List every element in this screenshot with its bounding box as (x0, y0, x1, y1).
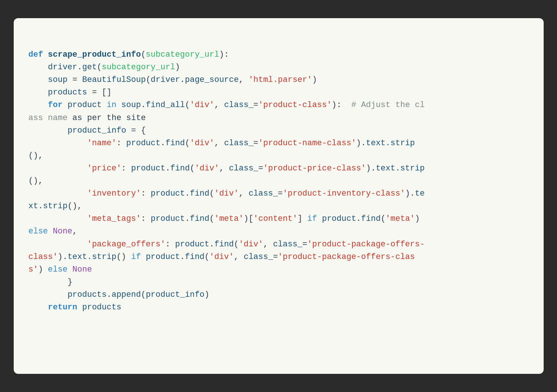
dot2: . (180, 75, 185, 84)
keyword-else1: else (29, 227, 53, 236)
eq1: = (253, 100, 258, 110)
method-find5: find (361, 214, 381, 223)
key-inventory: 'inventory' (87, 189, 141, 198)
string-div1: 'div' (190, 100, 214, 110)
var-product3: product (131, 164, 165, 173)
dot8: . (356, 214, 361, 223)
string-package-offers-class2: class' (29, 252, 58, 262)
string-div3: 'div' (195, 164, 219, 173)
var-product8: product (146, 252, 180, 262)
dot1: . (77, 63, 82, 72)
comma7: , (263, 240, 273, 249)
keyword-none2: None (72, 265, 92, 274)
key-price: 'price' (87, 164, 121, 173)
arg-subcategory-url: subcategory_url (102, 63, 175, 72)
method-find4: find (190, 214, 209, 223)
var-products3: products (82, 303, 122, 312)
var-product7: product (175, 240, 209, 249)
method-get: get (82, 63, 97, 72)
assign1: = (67, 75, 82, 84)
colon5: : (165, 240, 175, 249)
kwarg-class4: class_ (249, 189, 278, 198)
f5-open-close: ( (381, 214, 385, 223)
builtin-beautifulsoup: BeautifulSoup (82, 75, 146, 84)
var-products2: products (67, 290, 107, 299)
string-package-offers-clas: 'product-package-offers-clas (278, 252, 415, 262)
comma6: , (72, 227, 77, 236)
dot10: . (180, 252, 185, 262)
strip-call1: (), (29, 151, 43, 160)
f2-open: ( (190, 164, 195, 173)
strip-call3: (), (67, 202, 82, 211)
keyword-if2: if (131, 252, 146, 262)
keyword-none1: None (53, 227, 73, 236)
colon2: : (121, 164, 131, 173)
call-open: ( (97, 63, 102, 72)
bracket-close: ] (298, 214, 307, 223)
string-div4: 'div' (214, 189, 239, 198)
method-text-strip3b: xt.strip (29, 202, 68, 211)
append-close: ) (205, 290, 209, 299)
comma4: , (219, 164, 229, 173)
var-product6: product (322, 214, 356, 223)
fa-open: ( (185, 100, 190, 110)
kwarg-class6: class_ (243, 252, 273, 262)
dot4: . (160, 139, 165, 148)
keyword-def: def (29, 50, 48, 59)
string-product-inventory-class: 'product-inventory-class' (283, 189, 405, 198)
f1-open: ( (185, 139, 190, 148)
f7-open: ( (205, 252, 209, 262)
var-driver: driver (48, 63, 77, 72)
var-product2: product (126, 139, 160, 148)
string-meta1: 'meta' (214, 214, 243, 223)
method-find2: find (170, 164, 190, 173)
dot7: . (185, 214, 190, 223)
method-text-strip3: te (415, 189, 425, 198)
comma3: , (214, 139, 224, 148)
keyword-if1: if (307, 214, 322, 223)
string-html-parser: 'html.parser' (249, 75, 312, 84)
dot5: . (165, 164, 170, 173)
string-s: s' (29, 265, 38, 274)
assign3: = { (126, 126, 146, 135)
string-product-name-class: 'product-name-class' (258, 139, 356, 148)
method-find1: find (165, 139, 185, 148)
f7-close: ) (38, 265, 48, 274)
colon1: : (116, 139, 126, 148)
string-div2: 'div' (190, 139, 214, 148)
f4-close: )[ (243, 214, 253, 223)
param-subcategory-url: subcategory_url (146, 50, 219, 59)
function-name: scrape_product_info (48, 50, 141, 59)
comment-adjust: # Adjust the cl (351, 100, 425, 110)
f3-close: ). (405, 189, 415, 198)
eq3: = (258, 164, 263, 173)
comma2: , (214, 100, 224, 110)
strip-call4: () (116, 252, 131, 262)
method-find6: find (214, 240, 234, 249)
key-name: 'name' (87, 139, 116, 148)
call-close: ) (175, 63, 180, 72)
code-block: def scrape_product_info(subcategory_url)… (29, 36, 529, 326)
keyword-return: return (48, 303, 82, 312)
keyword-else2: else (48, 265, 72, 274)
fa-close-colon: ): (332, 100, 351, 110)
f5-close2: ) (415, 214, 420, 223)
colon3: : (141, 189, 150, 198)
method-append: append (112, 290, 141, 299)
method-find7: find (185, 252, 205, 262)
method-page-source: page_source (185, 75, 239, 84)
comma1: , (239, 75, 248, 84)
paren-open: ( (141, 50, 146, 59)
f3-open: ( (209, 189, 214, 198)
f1-close: ). (356, 139, 366, 148)
key-package-offers: 'package_offers' (87, 240, 165, 249)
string-div5: 'div' (239, 240, 263, 249)
var-soup: soup (48, 75, 67, 84)
var-driver2: driver (151, 75, 180, 84)
strip-call2: (), (29, 176, 43, 186)
eq2: = (253, 139, 258, 148)
as-plain: as per the site (72, 113, 146, 123)
f4-open: ( (209, 214, 214, 223)
string-meta2: 'meta' (385, 214, 415, 223)
bs-open: ( (146, 75, 150, 84)
